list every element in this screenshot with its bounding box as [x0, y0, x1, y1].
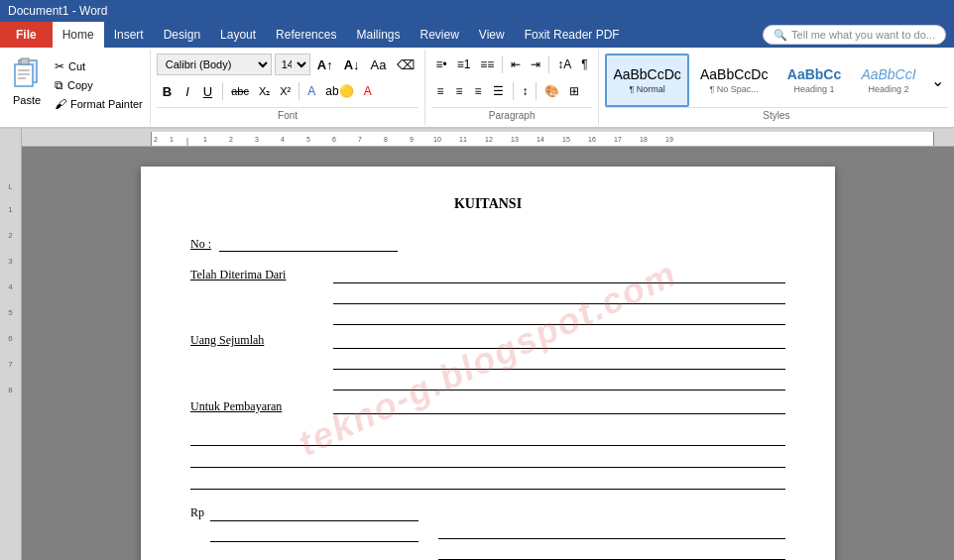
- copy-icon: ⧉: [55, 78, 63, 92]
- styles-group-label: Styles: [605, 107, 948, 121]
- untuk-line: [333, 398, 785, 414]
- diterima-line-1: [333, 268, 785, 283]
- diterima-row: Telah Diterima Dari: [190, 268, 785, 325]
- ruler-mark-8: 8: [8, 377, 12, 402]
- align-right-button[interactable]: ≡: [469, 80, 486, 102]
- style-no-spacing[interactable]: AaBbCcDc ¶ No Spac...: [692, 54, 775, 107]
- ruler-bar: 2 1 1 2 3 4 5 6 7 8 9 10 11 12 13 14 15 …: [22, 129, 954, 146]
- rp-left: Rp: [190, 505, 418, 560]
- copy-button[interactable]: ⧉ Copy: [52, 76, 146, 94]
- paragraph-group-label: Paragraph: [431, 107, 591, 121]
- style-heading1[interactable]: AaBbCc Heading 1: [778, 54, 850, 107]
- menu-item-review[interactable]: Review: [410, 22, 468, 48]
- svg-text:14: 14: [537, 136, 544, 143]
- menu-bar: File Home Insert Design Layout Reference…: [0, 22, 954, 48]
- subscript-button[interactable]: X₂: [255, 80, 274, 102]
- bullets-button[interactable]: ≡•: [431, 54, 450, 75]
- rp-lines: [210, 505, 418, 560]
- menu-item-foxit[interactable]: Foxit Reader PDF: [515, 22, 630, 48]
- menu-item-references[interactable]: References: [266, 22, 346, 48]
- style-heading2[interactable]: AaBbCcI Heading 2: [853, 54, 924, 107]
- change-case-button[interactable]: Aa: [367, 54, 391, 75]
- styles-group: AaBbCcDc ¶ Normal AaBbCcDc ¶ No Spac... …: [599, 50, 954, 125]
- diterima-line-3: [333, 309, 785, 325]
- ruler-mark-1: 1: [8, 196, 12, 222]
- extra-line-1: [190, 430, 785, 446]
- text-highlight-button[interactable]: ab🟡: [321, 80, 357, 102]
- svg-text:1: 1: [203, 136, 207, 143]
- text-effects-button[interactable]: A: [303, 80, 319, 102]
- format-painter-button[interactable]: 🖌 Format Painter: [52, 95, 146, 113]
- font-size-select[interactable]: 14: [275, 54, 310, 75]
- diterima-line-2: [333, 288, 785, 304]
- justify-button[interactable]: ☰: [488, 80, 509, 102]
- extra-lines-section: [190, 430, 785, 490]
- superscript-button[interactable]: X²: [276, 80, 295, 102]
- font-row-1: Calibri (Body) 14 A↑ A↓ Aa ⌫: [157, 54, 419, 75]
- chevron-down-icon: ⌄: [931, 71, 944, 90]
- paste-button[interactable]: Paste: [4, 52, 50, 111]
- svg-text:15: 15: [562, 136, 570, 143]
- font-separator-2: [298, 82, 299, 100]
- underline-button[interactable]: U: [197, 80, 218, 102]
- ruler-mark-7: 7: [8, 351, 12, 377]
- style-normal[interactable]: AaBbCcDc ¶ Normal: [605, 54, 690, 107]
- font-grow-button[interactable]: A↑: [313, 54, 337, 75]
- svg-text:2: 2: [154, 136, 158, 143]
- italic-button[interactable]: I: [179, 80, 195, 102]
- font-name-select[interactable]: Calibri (Body): [157, 54, 272, 75]
- line-spacing-button[interactable]: ↕: [518, 80, 532, 102]
- rp-right-line-1: [438, 523, 785, 539]
- shading-button[interactable]: 🎨: [540, 80, 563, 102]
- sort-button[interactable]: ↕A: [553, 54, 575, 75]
- numbering-button[interactable]: ≡1: [453, 54, 475, 75]
- ruler-mark-2: 2: [8, 222, 12, 248]
- cut-button[interactable]: ✂ Cut: [52, 57, 146, 75]
- cut-icon: ✂: [55, 59, 64, 73]
- font-group-label: Font: [157, 107, 419, 121]
- paste-icon: [11, 56, 43, 94]
- clear-format-button[interactable]: ⌫: [393, 54, 418, 75]
- uang-label: Uang Sejumlah: [190, 333, 329, 348]
- format-painter-icon: 🖌: [55, 97, 66, 111]
- extra-line-3: [190, 474, 785, 490]
- menu-item-file[interactable]: File: [0, 22, 53, 48]
- menu-item-mailings[interactable]: Mailings: [346, 22, 410, 48]
- styles-row: AaBbCcDc ¶ Normal AaBbCcDc ¶ No Spac... …: [605, 54, 948, 107]
- decrease-indent-button[interactable]: ⇤: [507, 54, 525, 75]
- multilevel-button[interactable]: ≡≡: [476, 54, 498, 75]
- ruler-mark-6: 6: [8, 325, 12, 351]
- bold-button[interactable]: B: [157, 80, 178, 102]
- borders-button[interactable]: ⊞: [565, 80, 583, 102]
- app-title: Document1 - Word: [8, 4, 107, 18]
- ruler-mark-l: L: [8, 176, 12, 196]
- svg-text:1: 1: [170, 136, 174, 143]
- ruler-mark-4: 4: [8, 274, 12, 299]
- strikethrough-button[interactable]: abc: [227, 80, 253, 102]
- increase-indent-button[interactable]: ⇥: [527, 54, 544, 75]
- style-h2-label: Heading 2: [868, 84, 908, 94]
- align-left-button[interactable]: ≡: [431, 80, 448, 102]
- paragraph-row-2: ≡ ≡ ≡ ☰ ↕ 🎨 ⊞: [431, 80, 591, 102]
- tell-me-bar[interactable]: 🔍 Tell me what you want to do...: [763, 25, 946, 45]
- style-h2-preview: AaBbCcI: [861, 66, 915, 83]
- rp-label: Rp: [190, 505, 204, 520]
- menu-item-design[interactable]: Design: [154, 22, 210, 48]
- menu-item-view[interactable]: View: [469, 22, 515, 48]
- align-center-button[interactable]: ≡: [450, 80, 467, 102]
- show-formatting-button[interactable]: ¶: [577, 54, 591, 75]
- styles-more-button[interactable]: ⌄: [927, 54, 948, 107]
- clipboard-group: Paste ✂ Cut ⧉ Copy 🖌 Format Painter: [0, 50, 151, 125]
- diterima-label: Telah Diterima Dari: [190, 268, 329, 282]
- font-color-button[interactable]: A: [360, 80, 376, 102]
- document-page[interactable]: tekno-g.blogspot.com KUITANSI No : Telah…: [141, 167, 835, 560]
- svg-text:8: 8: [384, 136, 388, 143]
- menu-item-layout[interactable]: Layout: [210, 22, 266, 48]
- rp-line-2: [210, 526, 418, 542]
- ruler-corner: [0, 129, 22, 147]
- menu-item-home[interactable]: Home: [53, 22, 104, 48]
- svg-text:13: 13: [511, 136, 519, 143]
- menu-item-insert[interactable]: Insert: [104, 22, 154, 48]
- font-shrink-button[interactable]: A↓: [340, 54, 364, 75]
- para-separator-1: [502, 56, 503, 73]
